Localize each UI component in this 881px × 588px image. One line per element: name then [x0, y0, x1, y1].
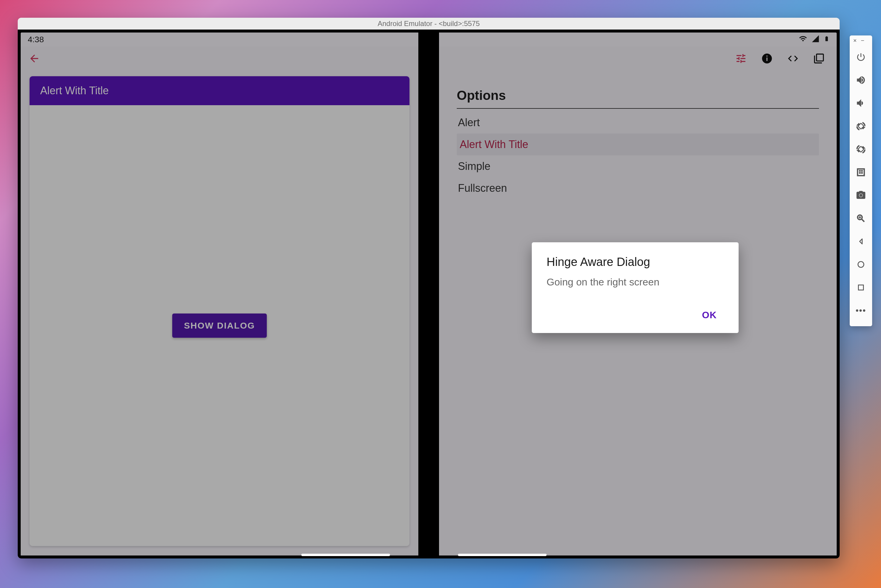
- emulator-titlebar: Android Emulator - <build>:5575: [18, 18, 840, 30]
- zoom-icon[interactable]: [850, 207, 872, 230]
- rotate-right-icon[interactable]: [850, 138, 872, 161]
- svg-rect-6: [859, 285, 864, 290]
- power-icon[interactable]: [850, 45, 872, 69]
- dialog-actions: OK: [547, 306, 724, 325]
- screenshot-gallery-icon[interactable]: [850, 161, 872, 184]
- toolpanel-close-icon[interactable]: ×: [853, 37, 857, 44]
- dialog-body: Going on the right screen: [547, 276, 724, 288]
- alert-dialog: Hinge Aware Dialog Going on the right sc…: [532, 242, 739, 333]
- gesture-bar-left[interactable]: [301, 554, 390, 556]
- toolpanel-window-controls: × −: [850, 36, 872, 45]
- emulator-window: Android Emulator - <build>:5575 4:38 Ale…: [18, 18, 840, 558]
- emulator-tool-panel: × − •••: [850, 36, 872, 326]
- emulator-title: Android Emulator - <build>:5575: [378, 20, 480, 28]
- dialog-ok-button[interactable]: OK: [695, 306, 724, 325]
- volume-up-icon[interactable]: [850, 69, 872, 92]
- gesture-bar-right[interactable]: [458, 554, 547, 556]
- volume-down-icon[interactable]: [850, 92, 872, 115]
- dialog-title: Hinge Aware Dialog: [547, 255, 724, 268]
- svg-point-5: [858, 261, 864, 267]
- camera-icon[interactable]: [850, 184, 872, 207]
- rotate-left-icon[interactable]: [850, 115, 872, 138]
- toolpanel-minimize-icon[interactable]: −: [861, 37, 865, 44]
- nav-overview-icon[interactable]: [850, 276, 872, 299]
- nav-home-icon[interactable]: [850, 253, 872, 276]
- emulator-device-frame: 4:38 Alert With Title SHOW DIALOG: [18, 30, 840, 558]
- more-icon[interactable]: •••: [850, 299, 872, 322]
- nav-back-icon[interactable]: [850, 230, 872, 253]
